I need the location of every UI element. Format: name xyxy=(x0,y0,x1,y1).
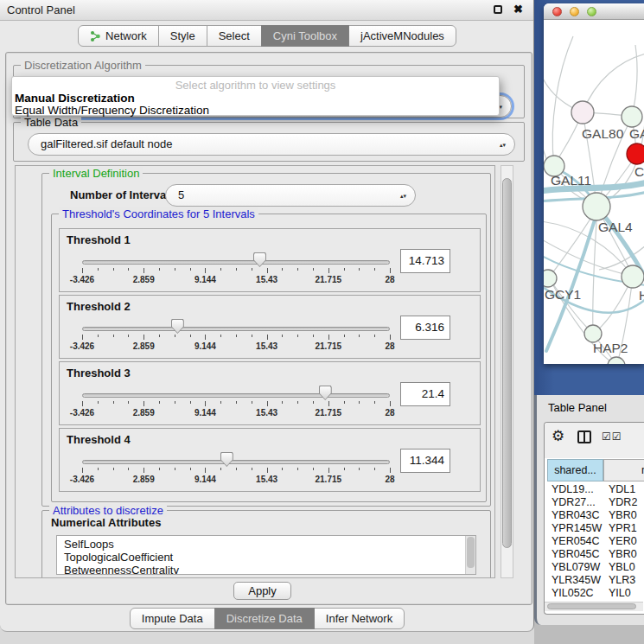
attributes-scrollbar[interactable] xyxy=(465,536,475,574)
column-header-name[interactable]: n xyxy=(603,459,644,481)
split-columns-icon[interactable] xyxy=(577,430,591,443)
tab-style[interactable]: Style xyxy=(158,25,207,47)
minimize-traffic-light[interactable] xyxy=(570,7,579,16)
algorithm-hint: Select algorithm to view settings xyxy=(12,79,499,92)
slider-thumb[interactable] xyxy=(171,319,184,334)
tick-label: -3.426 xyxy=(70,341,94,351)
tick-mark xyxy=(98,268,99,271)
attribute-item-topologicalcoefficient[interactable]: TopologicalCoefficient xyxy=(64,551,173,564)
tick-mark xyxy=(143,468,144,473)
network-node[interactable] xyxy=(627,143,644,164)
network-node[interactable] xyxy=(584,325,602,342)
tick-label: 15.43 xyxy=(256,341,277,351)
tick-mark xyxy=(282,401,283,404)
cell-shared-name: YLR345W xyxy=(552,574,601,587)
table-row[interactable]: YBR045CYBR0 xyxy=(545,548,644,561)
algorithm-option-equal-width[interactable]: Equal Width/Frequency Discretization xyxy=(15,104,209,117)
algorithm-option-manual[interactable]: Manual Discretization xyxy=(15,92,135,105)
close-icon[interactable]: ✖ xyxy=(513,3,523,16)
tab-infer-network[interactable]: Infer Network xyxy=(314,608,405,629)
node-label-hap2: HAP2 xyxy=(593,341,628,355)
table-row[interactable]: YDL19...YDL1 xyxy=(545,483,644,496)
network-node[interactable] xyxy=(608,357,625,364)
table-hscrollbar[interactable] xyxy=(545,602,643,611)
cell-name: YIL0 xyxy=(609,587,631,600)
tick-mark xyxy=(328,401,329,406)
network-node[interactable] xyxy=(622,106,642,127)
slider-track[interactable] xyxy=(82,260,390,265)
network-node[interactable] xyxy=(544,270,557,287)
zoom-traffic-light[interactable] xyxy=(587,7,596,16)
gear-icon[interactable]: ⚙ xyxy=(552,427,564,445)
table-row[interactable]: YIL052CYIL0 xyxy=(545,587,644,600)
slider-track[interactable] xyxy=(82,393,390,398)
tick-mark xyxy=(313,335,314,337)
select-columns-icon[interactable]: ☑☑ xyxy=(602,430,622,443)
threshold-label: Threshold 4 xyxy=(67,433,131,446)
tick-mark xyxy=(190,268,191,271)
attributes-scrollbar-thumb[interactable] xyxy=(467,537,475,568)
slider-track[interactable] xyxy=(82,327,390,331)
right-column: GAL80GACGAL11GAL4GCY1HHAP2 Table Panel ⚙… xyxy=(534,0,644,644)
tick-mark xyxy=(252,335,252,337)
tick-mark xyxy=(282,335,283,337)
tick-mark xyxy=(390,268,391,273)
tick-mark xyxy=(359,468,360,470)
network-node[interactable] xyxy=(622,265,644,288)
network-node[interactable] xyxy=(571,101,594,124)
threshold-value-field[interactable]: 21.4 xyxy=(400,382,450,406)
main-scrollbar[interactable] xyxy=(501,165,513,578)
threshold-panel-2: Threshold 2-3.4262.8599.14415.4321.71528… xyxy=(59,295,481,359)
cell-name: YBL0 xyxy=(609,561,635,574)
threshold-value-field[interactable]: 6.316 xyxy=(400,316,450,340)
cell-shared-name: YBL079W xyxy=(552,561,600,574)
tab-impute-data[interactable]: Impute Data xyxy=(130,608,215,629)
tab-discretize-data[interactable]: Discretize Data xyxy=(214,608,315,629)
table-data-select[interactable]: galFiltered.sif default node ▴▾ xyxy=(28,133,515,156)
network-node[interactable] xyxy=(583,193,610,220)
node-table: ⚙ ☑☑ shared... n YDL19...YDL1YDR27...YDR… xyxy=(544,422,644,615)
close-traffic-light[interactable] xyxy=(552,7,562,16)
table-row[interactable]: YBL079WYBL0 xyxy=(545,561,644,574)
tick-mark xyxy=(82,335,83,340)
main-scrollbar-thumb[interactable] xyxy=(502,178,512,548)
apply-button[interactable]: Apply xyxy=(233,582,291,600)
number-of-intervals-select[interactable]: 5 ▴▾ xyxy=(165,184,416,207)
top-tab-bar: NetworkStyleSelectCyni ToolboxjActiveMNo… xyxy=(0,25,534,48)
table-row[interactable]: YDR27...YDR2 xyxy=(545,496,644,509)
slider-thumb[interactable] xyxy=(220,452,233,467)
numerical-attributes-list[interactable]: SelfLoopsTopologicalCoefficientBetweenne… xyxy=(56,535,476,575)
table-row[interactable]: YPR145WYPR1 xyxy=(545,522,644,535)
tab-cyni-toolbox[interactable]: Cyni Toolbox xyxy=(261,25,349,47)
slider-track[interactable] xyxy=(82,460,390,464)
tab-jactivemnodules[interactable]: jActiveMNodules xyxy=(348,25,456,47)
column-header-shared-name[interactable]: shared... xyxy=(547,459,603,481)
table-panel: Table Panel ⚙ ☑☑ shared... n YDL19...YDL… xyxy=(534,395,644,625)
slider-thumb[interactable] xyxy=(319,386,332,400)
tick-mark xyxy=(236,335,237,337)
threshold-value-field[interactable]: 11.344 xyxy=(400,449,450,473)
node-label-gal80: GAL80 xyxy=(582,126,624,141)
tick-mark xyxy=(282,468,283,470)
tick-mark xyxy=(159,401,160,404)
table-row[interactable]: YBR043CYBR0 xyxy=(545,509,644,522)
tick-mark xyxy=(267,468,268,473)
float-window-icon[interactable] xyxy=(494,5,502,14)
tick-mark xyxy=(159,335,160,337)
table-hscrollbar-thumb[interactable] xyxy=(547,603,636,609)
tick-mark xyxy=(252,468,252,470)
threshold-value-field[interactable]: 14.713 xyxy=(400,249,450,273)
attribute-item-selfloops[interactable]: SelfLoops xyxy=(64,538,114,551)
table-row[interactable]: YLR345WYLR3 xyxy=(545,574,644,587)
attribute-item-betweennesscentrality[interactable]: BetweennessCentrality xyxy=(64,564,179,575)
tick-label: 2.859 xyxy=(133,408,155,418)
slider-thumb[interactable] xyxy=(253,252,266,267)
table-row[interactable]: YER054CYER0 xyxy=(545,535,644,548)
cell-shared-name: YDR27... xyxy=(552,496,596,509)
tab-select[interactable]: Select xyxy=(207,25,262,47)
network-canvas[interactable]: GAL80GACGAL11GAL4GCY1HHAP2 xyxy=(544,21,644,364)
tick-mark xyxy=(98,335,99,337)
tab-network[interactable]: Network xyxy=(78,25,159,47)
tick-mark xyxy=(175,268,175,271)
combo-arrows-icon: ▴▾ xyxy=(400,194,406,198)
